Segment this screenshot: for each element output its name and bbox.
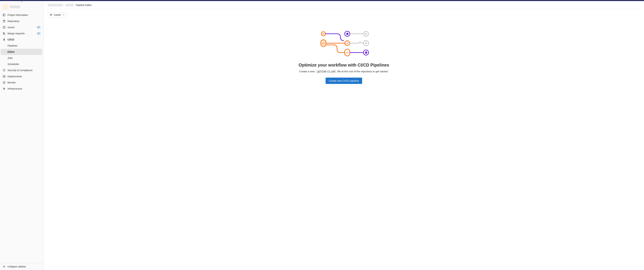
collapse-label: Collapse sidebar [8, 265, 26, 268]
svg-rect-20 [345, 49, 350, 56]
layout: Project information Repository Issues 0 [0, 1, 644, 270]
breadcrumb-segment[interactable] [65, 4, 74, 6]
sidebar-item-label: Issues [8, 26, 34, 29]
desc-code: .gitlab-ci.yml [315, 70, 337, 73]
pipeline-illustration [316, 28, 371, 58]
cicd-subnav: Pipelines Editor Jobs Schedules [0, 43, 44, 67]
sidebar-item-label: Editor [8, 50, 15, 53]
svg-point-19 [365, 42, 367, 44]
sidebar-item-merge-requests[interactable]: Merge requests 0 [0, 30, 44, 36]
subnav-pipelines[interactable]: Pipelines [8, 43, 44, 49]
project-avatar [3, 4, 8, 9]
mr-badge: 0 [36, 32, 41, 35]
sidebar-item-label: Merge requests [8, 32, 34, 35]
desc-suffix: file at the root of the repository to ge… [337, 70, 388, 73]
sidebar-item-repository[interactable]: Repository [0, 18, 44, 24]
branch-name: master [54, 13, 61, 16]
svg-point-17 [345, 41, 350, 45]
chevron-up-icon[interactable] [20, 0, 24, 3]
deployments-icon [3, 75, 6, 78]
sidebar-item-issues[interactable]: Issues 0 [0, 24, 44, 30]
create-pipeline-button[interactable]: Create new CI/CD pipeline [326, 78, 362, 84]
breadcrumb-current: Pipeline Editor [76, 4, 92, 6]
rocket-icon [3, 38, 6, 41]
main-content: Pipeline Editor master [44, 1, 644, 270]
shield-icon [3, 69, 6, 72]
merge-request-icon [3, 32, 6, 35]
infrastructure-icon [3, 87, 6, 90]
sidebar-item-label: Pipelines [8, 44, 18, 47]
sidebar-item-label: Project information [8, 14, 41, 16]
project-header[interactable] [0, 2, 44, 12]
sidebar-item-monitor[interactable]: Monitor [0, 79, 44, 86]
sidebar-item-label: Repository [8, 20, 41, 22]
sidebar-item-label: Deployments [8, 75, 41, 78]
svg-rect-16 [321, 40, 326, 46]
sidebar-item-label: Infrastructure [8, 87, 41, 90]
svg-point-9 [50, 14, 51, 14]
subnav-jobs[interactable]: Jobs [8, 55, 44, 61]
chevron-double-left-icon [3, 265, 6, 268]
svg-point-8 [4, 88, 4, 89]
project-info-icon [3, 14, 6, 16]
breadcrumb: Pipeline Editor [48, 4, 640, 9]
svg-point-11 [52, 14, 52, 14]
svg-rect-0 [3, 14, 5, 16]
sidebar-item-infrastructure[interactable]: Infrastructure [0, 86, 44, 92]
desc-prefix: Create a new [299, 70, 315, 73]
empty-state-description: Create a new .gitlab-ci.yml file at the … [299, 70, 388, 73]
sidebar-item-security[interactable]: Security & Compliance [0, 67, 44, 73]
chevron-down-icon [62, 14, 65, 16]
collapse-sidebar-button[interactable]: Collapse sidebar [0, 263, 44, 270]
svg-point-15 [365, 33, 367, 35]
subnav-schedules[interactable]: Schedules [8, 61, 44, 67]
svg-point-4 [4, 34, 5, 34]
breadcrumb-segment[interactable] [48, 4, 63, 6]
svg-point-2 [3, 32, 4, 33]
sidebar-item-label: CI/CD [8, 38, 41, 41]
repository-icon [3, 20, 6, 22]
sidebar-scroll: Project information Repository Issues 0 [0, 1, 44, 263]
sidebar-item-label: Schedules [8, 63, 19, 65]
subnav-editor[interactable]: Editor [1, 49, 42, 55]
project-name [10, 6, 20, 8]
sidebar-item-cicd[interactable]: CI/CD [0, 36, 44, 43]
sidebar-item-label: Monitor [8, 81, 41, 84]
issues-icon [3, 26, 6, 29]
empty-state-title: Optimize your workflow with CI/CD Pipeli… [298, 63, 389, 67]
svg-point-3 [3, 34, 4, 34]
svg-rect-7 [3, 82, 5, 83]
empty-state: Optimize your workflow with CI/CD Pipeli… [48, 28, 640, 84]
sidebar-item-project-information[interactable]: Project information [0, 12, 44, 18]
issues-badge: 0 [36, 26, 41, 29]
sidebar-item-label: Security & Compliance [8, 69, 41, 72]
sidebar-item-deployments[interactable]: Deployments [0, 73, 44, 79]
monitor-icon [3, 81, 6, 84]
svg-point-10 [50, 15, 51, 16]
sidebar-item-label: Jobs [8, 57, 13, 59]
sidebar: Project information Repository Issues 0 [0, 1, 44, 270]
branch-selector[interactable]: master [48, 12, 67, 17]
svg-point-5 [4, 39, 4, 39]
branch-icon [50, 14, 52, 16]
